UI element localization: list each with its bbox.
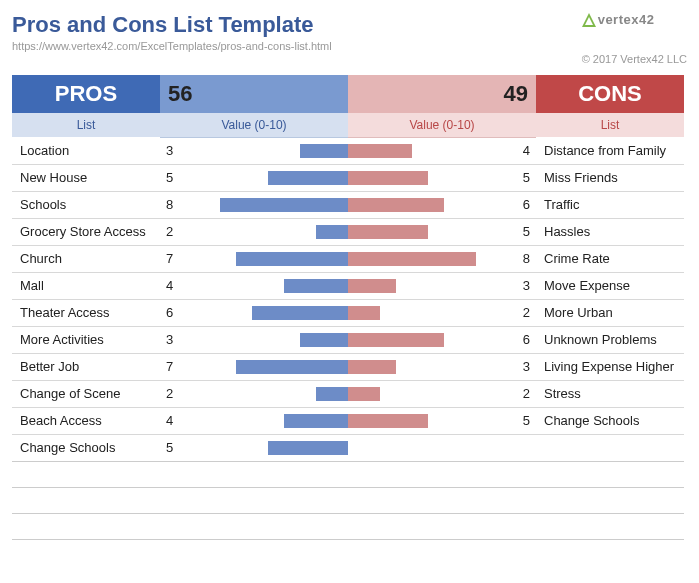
cons-bar (348, 279, 396, 293)
cons-bar (348, 225, 428, 239)
pros-item-value: 3 (160, 326, 348, 353)
cons-item-label: More Urban (536, 299, 684, 326)
pros-item-label (12, 513, 160, 539)
cons-bar (348, 306, 380, 320)
pros-item-label: New House (12, 164, 160, 191)
pros-item-value (160, 487, 348, 513)
pros-bar (284, 279, 348, 293)
table-row: Mall43Move Expense (12, 272, 684, 299)
cons-item-label: Hassles (536, 218, 684, 245)
pros-item-value: 5 (160, 164, 348, 191)
cons-item-label: Distance from Family (536, 137, 684, 164)
pros-item-label: Beach Access (12, 407, 160, 434)
pros-item-label: Schools (12, 191, 160, 218)
pros-item-value: 7 (160, 353, 348, 380)
table-row: Change of Scene22Stress (12, 380, 684, 407)
cons-item-value: 6 (348, 326, 536, 353)
cons-item-value: 8 (348, 245, 536, 272)
table-row: Change Schools5 (12, 434, 684, 461)
pros-bar (236, 252, 348, 266)
pros-bar (316, 387, 348, 401)
table-row: Grocery Store Access25Hassles (12, 218, 684, 245)
pros-item-value (160, 513, 348, 539)
cons-item-label: Traffic (536, 191, 684, 218)
cons-item-value: 4 (348, 137, 536, 164)
table-row: Location34Distance from Family (12, 137, 684, 164)
cons-item-value (348, 434, 536, 461)
logo-text: vertex42 (598, 12, 655, 27)
pros-item-value: 4 (160, 407, 348, 434)
cons-item-value: 3 (348, 353, 536, 380)
cons-item-label (536, 513, 684, 539)
table-row (12, 487, 684, 513)
pros-total: 56 (160, 75, 348, 113)
table-row: Schools86Traffic (12, 191, 684, 218)
pros-item-value: 2 (160, 218, 348, 245)
pros-item-label: More Activities (12, 326, 160, 353)
pros-item-value: 8 (160, 191, 348, 218)
pros-item-label: Mall (12, 272, 160, 299)
cons-item-label: Crime Rate (536, 245, 684, 272)
cons-bar (348, 360, 396, 374)
pros-item-label: Grocery Store Access (12, 218, 160, 245)
pros-value-header: Value (0-10) (160, 113, 348, 137)
cons-item-label: Living Expense Higher (536, 353, 684, 380)
cons-list-header: List (536, 113, 684, 137)
cons-value-header: Value (0-10) (348, 113, 536, 137)
page-title: Pros and Cons List Template (12, 12, 332, 38)
pros-item-value: 5 (160, 434, 348, 461)
cons-bar (348, 333, 444, 347)
cons-bar (348, 198, 444, 212)
cons-item-value: 5 (348, 164, 536, 191)
cons-item-label: Change Schools (536, 407, 684, 434)
pros-item-value: 4 (160, 272, 348, 299)
pros-item-value (160, 461, 348, 487)
pros-item-value: 3 (160, 137, 348, 164)
cons-item-value (348, 487, 536, 513)
pros-item-label: Change Schools (12, 434, 160, 461)
cons-item-label (536, 487, 684, 513)
source-url: https://www.vertex42.com/ExcelTemplates/… (12, 40, 332, 52)
cons-item-value: 2 (348, 380, 536, 407)
pros-bar (236, 360, 348, 374)
pros-item-value: 2 (160, 380, 348, 407)
cons-item-label: Unknown Problems (536, 326, 684, 353)
cons-item-label (536, 461, 684, 487)
cons-item-value: 5 (348, 407, 536, 434)
cons-item-value: 2 (348, 299, 536, 326)
table-row: New House55Miss Friends (12, 164, 684, 191)
cons-header: CONS (536, 75, 684, 113)
cons-bar (348, 414, 428, 428)
pros-bar (252, 306, 348, 320)
cons-bar (348, 144, 412, 158)
pros-bar (300, 333, 348, 347)
table-row: Church78Crime Rate (12, 245, 684, 272)
cons-item-value: 6 (348, 191, 536, 218)
table-row: Theater Access62More Urban (12, 299, 684, 326)
pros-item-value: 6 (160, 299, 348, 326)
cons-item-label: Stress (536, 380, 684, 407)
pros-cons-table: PROS 56 49 CONS List Value (0-10) Value … (12, 75, 684, 540)
table-row: Better Job73Living Expense Higher (12, 353, 684, 380)
cons-item-value (348, 461, 536, 487)
cons-item-value (348, 513, 536, 539)
pros-list-header: List (12, 113, 160, 137)
cons-item-value: 5 (348, 218, 536, 245)
pros-bar (268, 171, 348, 185)
pros-header: PROS (12, 75, 160, 113)
pros-item-label: Theater Access (12, 299, 160, 326)
cons-item-label: Move Expense (536, 272, 684, 299)
cons-bar (348, 387, 380, 401)
pros-bar (284, 414, 348, 428)
pros-item-value: 7 (160, 245, 348, 272)
table-row: Beach Access45Change Schools (12, 407, 684, 434)
cons-item-label: Miss Friends (536, 164, 684, 191)
table-row: More Activities36Unknown Problems (12, 326, 684, 353)
table-row (12, 513, 684, 539)
pros-bar (268, 441, 348, 455)
pros-item-label: Church (12, 245, 160, 272)
pros-item-label: Location (12, 137, 160, 164)
pros-bar (220, 198, 348, 212)
cons-total: 49 (348, 75, 536, 113)
pros-item-label (12, 461, 160, 487)
